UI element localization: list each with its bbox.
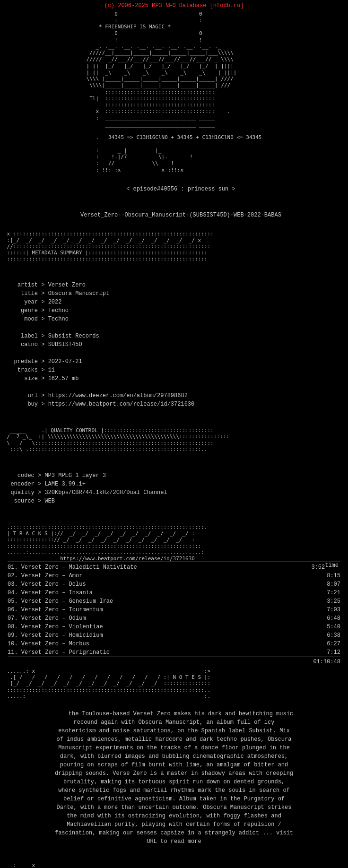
predate-value: 2022-07-21	[48, 358, 82, 365]
track-time: 6:27	[317, 640, 340, 648]
track-time: 3:25	[317, 597, 340, 606]
notes-border: ......: x :> .[_/ _/ _/ _/ _/ _/ _/ _/ _…	[4, 668, 344, 699]
track-title: 09. Verset Zero – Homicidium	[8, 631, 317, 640]
total-time-value: 01:10:48	[313, 658, 340, 666]
episode-line: < episode#40556 : princess sun >	[4, 178, 344, 201]
track-time: 6:38	[317, 631, 340, 640]
table-row: 09. Verset Zero – Homicidium6:38	[8, 631, 340, 640]
tracks-list: 01. Verset Zero – Maledicti Nativitate3:…	[8, 563, 340, 657]
track-time: 5:40	[317, 623, 340, 631]
track-title: 01. Verset Zero – Maledicti Nativitate	[8, 563, 301, 572]
notes-text-content: the Toulouse-based Verset Zero makes his…	[55, 711, 293, 845]
quality-text: codec > MP3 MPEG 1 layer 3 encoder > LAM…	[4, 472, 167, 513]
year-value: 2022	[48, 299, 62, 305]
track-title: 05. Verset Zero – Genesium Irae	[8, 597, 317, 606]
source-value: WEB	[44, 498, 55, 504]
track-title: 04. Verset Zero – Insania	[8, 589, 317, 597]
track-title: 03. Verset Zero – Dolus	[8, 580, 317, 589]
table-row: 07. Verset Zero – Odium6:48	[8, 614, 340, 623]
track-time: 7:12	[317, 648, 340, 657]
artist-value: Verset Zero	[48, 282, 86, 288]
metadata-border-top: x ::::::::::::::::::::::::::::::::::::::…	[4, 231, 344, 262]
notes-content: the Toulouse-based Verset Zero makes his…	[8, 701, 340, 854]
track-time: 6:48	[317, 614, 340, 623]
track-title: 02. Verset Zero – Amor	[8, 572, 317, 580]
title-value: Obscura Manuscript	[48, 290, 110, 297]
footer-ascii-border: : x :...... _[_/ _/ _/ /__\__(CO)/ <<+ C…	[4, 856, 344, 868]
tracks-value: 11	[48, 367, 55, 373]
table-row: 02. Verset Zero – Amor8:15	[8, 572, 340, 580]
codec-value: MP3 MPEG 1 layer 3	[44, 472, 106, 479]
metadata-content: artist > Verset Zero title > Obscura Man…	[4, 264, 344, 425]
tracks-container: time 01. Verset Zero – Maledicti Nativit…	[4, 562, 344, 666]
track-time: 8:15	[317, 572, 340, 580]
size-value: 162.57 mb	[48, 375, 79, 382]
time-column-header: time	[325, 562, 339, 570]
release-id: Verset_Zero--Obscura_Manuscript-(SUBSIST…	[4, 203, 344, 227]
tracks-border: .:::::::::::::::::::::::::::::::::::::::…	[4, 524, 344, 562]
release-id-text: Verset_Zero--Obscura_Manuscript-(SUBSIST…	[80, 212, 281, 218]
track-title: 06. Verset Zero – Tourmentum	[8, 606, 317, 614]
catno-value: SUBSIST45D	[48, 341, 82, 348]
buy-value: https://www.beatport.com/release/id/3721…	[48, 401, 195, 408]
url-value: https://www.deezer.com/en/album/29789868…	[48, 392, 188, 399]
quality-border: _____ .| QUALITY CONTROL |::::::::::::::…	[4, 427, 344, 452]
metadata-text: artist > Verset Zero title > Obscura Man…	[4, 282, 194, 416]
quality-value: 320Kbps/CBR/44.1kHz/2CH/Dual Channel	[44, 489, 167, 496]
table-row: 03. Verset Zero – Dolus8:07	[8, 580, 340, 589]
copyright-text: (c) 2006-2025 MP3 NFO Database [nfodb.ru…	[104, 2, 244, 9]
track-header-separator	[8, 562, 340, 562]
total-time-row: 01:10:48	[8, 657, 340, 666]
page-container: (c) 2006-2025 MP3 NFO Database [nfodb.ru…	[0, 2, 348, 868]
header-copyright: (c) 2006-2025 MP3 NFO Database [nfodb.ru…	[4, 2, 344, 10]
track-title: 07. Verset Zero – Odium	[8, 614, 317, 623]
track-title: 11. Verset Zero – Perigrinatio	[8, 648, 317, 657]
episode-text: < episode#40556 : princess sun >	[126, 186, 235, 192]
genre-value: Techno	[48, 307, 69, 314]
encoder-value: LAME 3.99.1+	[44, 481, 85, 487]
mood-value: Techno	[48, 316, 69, 322]
table-row: 08. Verset Zero – Violentiae5:40	[8, 623, 340, 631]
table-row: 01. Verset Zero – Maledicti Nativitate3:…	[8, 563, 325, 572]
track-title: 10. Verset Zero – Morbus	[8, 640, 317, 648]
track-time: 3:52	[301, 563, 325, 572]
table-row: 10. Verset Zero – Morbus6:27	[8, 640, 340, 648]
top-ascii-art: 0 0 : : * FRIENDSHIP IS MAGIC * 0 0 ! ! …	[4, 11, 344, 174]
track-time: 8:07	[317, 580, 340, 589]
table-row: 06. Verset Zero – Tourmentum7:03	[8, 606, 340, 614]
track-time: 7:03	[317, 606, 340, 614]
table-row: 11. Verset Zero – Perigrinatio7:12	[8, 648, 340, 657]
track-title: 08. Verset Zero – Violentiae	[8, 623, 317, 631]
table-row: 05. Verset Zero – Genesium Irae3:25	[8, 597, 340, 606]
label-value: Subsist Records	[48, 333, 99, 339]
table-row: 04. Verset Zero – Insania7:21	[8, 589, 340, 597]
track-time: 7:21	[317, 589, 340, 597]
quality-content: codec > MP3 MPEG 1 layer 3 encoder > LAM…	[4, 454, 344, 522]
